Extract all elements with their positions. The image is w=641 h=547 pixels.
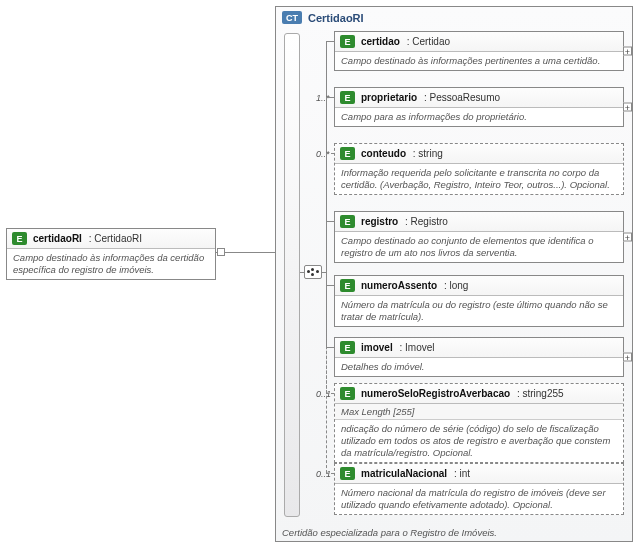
element-name: numeroAssento xyxy=(361,280,437,291)
element-desc: Número nacional da matrícula do registro… xyxy=(335,484,623,514)
child-element: EmatriculaNacional : intNúmero nacional … xyxy=(334,463,624,515)
complex-type-box: CT CertidaoRI Ecertidao : CertidaoCampo … xyxy=(275,6,633,542)
element-name: imovel xyxy=(361,342,393,353)
root-desc: Campo destinado às informações da certid… xyxy=(7,249,215,279)
complex-type-title: CertidaoRI xyxy=(308,12,364,24)
child-element: EnumeroSeloRegistroAverbacao : string255… xyxy=(334,383,624,463)
complex-type-footer: Certidão especializada para o Registro d… xyxy=(282,527,626,538)
element-desc: Detalhes do imóvel. xyxy=(335,358,623,376)
element-name: numeroSeloRegistroAverbacao xyxy=(361,388,510,399)
element-desc: Campo destinado ao conjunto de elementos… xyxy=(335,232,623,262)
element-desc: ndicação do número de série (código) do … xyxy=(335,420,623,462)
element-type: : Registro xyxy=(402,216,448,227)
root-type: : CertidaoRI xyxy=(86,233,142,244)
element-name: certidao xyxy=(361,36,400,47)
expand-icon[interactable]: + xyxy=(623,232,632,241)
multiplicity-label: 0..1 xyxy=(316,389,331,399)
child-element: Econteudo : stringInformação requerida p… xyxy=(334,143,624,195)
connector xyxy=(300,272,304,273)
child-element: Eimovel : ImovelDetalhes do imóvel.+ xyxy=(334,337,624,377)
child-element: Eregistro : RegistroCampo destinado ao c… xyxy=(334,211,624,263)
element-desc: Campo para as informações do proprietári… xyxy=(335,108,623,126)
multiplicity-label: 0..* xyxy=(316,149,330,159)
constraint-row: Max Length [255] xyxy=(335,404,623,420)
element-type: : long xyxy=(441,280,468,291)
element-icon: E xyxy=(340,35,355,48)
expand-icon[interactable]: + xyxy=(623,352,632,361)
complex-type-icon: CT xyxy=(282,11,302,24)
element-name: matriculaNacional xyxy=(361,468,447,479)
element-name: conteudo xyxy=(361,148,406,159)
element-icon: E xyxy=(340,147,355,160)
element-type: : int xyxy=(451,468,470,479)
multiplicity-label: 0..1 xyxy=(316,469,331,479)
element-desc: Informação requerida pelo solicitante e … xyxy=(335,164,623,194)
element-type: : string xyxy=(410,148,443,159)
element-icon: E xyxy=(340,467,355,480)
element-type: : PessoaResumo xyxy=(421,92,500,103)
expand-icon[interactable] xyxy=(217,248,225,256)
expand-icon[interactable]: + xyxy=(623,102,632,111)
element-desc: Campo destinado às informações pertinent… xyxy=(335,52,623,70)
element-type: : string255 xyxy=(514,388,563,399)
element-type: : Imovel xyxy=(397,342,435,353)
root-element: E certidaoRI : CertidaoRI Campo destinad… xyxy=(6,228,216,280)
element-icon: E xyxy=(340,91,355,104)
element-name: registro xyxy=(361,216,398,227)
element-type: : Certidao xyxy=(404,36,450,47)
sequence-icon[interactable] xyxy=(304,265,322,279)
element-icon: E xyxy=(12,232,27,245)
expand-icon[interactable]: + xyxy=(623,46,632,55)
element-icon: E xyxy=(340,279,355,292)
element-icon: E xyxy=(340,341,355,354)
child-element: EnumeroAssento : longNúmero da matrícula… xyxy=(334,275,624,327)
element-name: proprietario xyxy=(361,92,417,103)
root-name: certidaoRI xyxy=(33,233,82,244)
element-icon: E xyxy=(340,215,355,228)
child-element: Eproprietario : PessoaResumoCampo para a… xyxy=(334,87,624,127)
element-desc: Número da matrícula ou do registro (este… xyxy=(335,296,623,326)
sequence-bar xyxy=(284,33,300,517)
multiplicity-label: 1..* xyxy=(316,93,330,103)
element-icon: E xyxy=(340,387,355,400)
child-element: Ecertidao : CertidaoCampo destinado às i… xyxy=(334,31,624,71)
